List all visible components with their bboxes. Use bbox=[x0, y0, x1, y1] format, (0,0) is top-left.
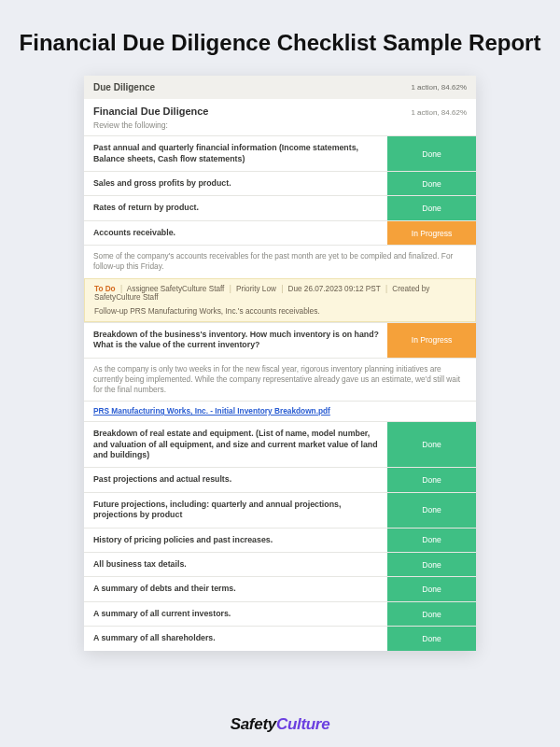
separator: | bbox=[120, 285, 122, 293]
report-card: Due Diligence 1 action, 84.62% Financial… bbox=[84, 76, 476, 651]
checklist-label: All business tax details. bbox=[84, 553, 387, 576]
action-followup: Follow-up PRS Manufacturing Works, Inc.'… bbox=[94, 306, 466, 316]
status-badge: In Progress bbox=[387, 221, 476, 245]
accounts-receivable-note: Some of the company's accounts receivabl… bbox=[84, 245, 476, 277]
checklist-row: Sales and gross profits by product. Done bbox=[84, 171, 476, 195]
checklist-row: Breakdown of real estate and equipment. … bbox=[84, 421, 476, 467]
checklist-label: Past annual and quarterly financial info… bbox=[84, 136, 387, 171]
checklist-label: A summary of all current investors. bbox=[84, 602, 387, 626]
page-title: Financial Due Diligence Checklist Sample… bbox=[20, 28, 541, 57]
separator: | bbox=[385, 285, 387, 293]
status-badge: Done bbox=[387, 577, 476, 600]
checklist-label: Breakdown of the business's inventory. H… bbox=[84, 323, 387, 358]
section-meta: 1 action, 84.62% bbox=[411, 83, 467, 92]
checklist-row: Rates of return by product. Done bbox=[84, 195, 476, 219]
status-badge: Done bbox=[387, 529, 476, 552]
checklist-label: Future projections, including: quarterly… bbox=[84, 493, 387, 528]
checklist-label: A summary of debts and their terms. bbox=[84, 577, 387, 600]
footer: SafetyCulture bbox=[231, 700, 330, 747]
checklist-row: A summary of all shareholders. Done bbox=[84, 626, 476, 650]
sub-title: Financial Due Diligence bbox=[93, 106, 208, 117]
checklist-label: Past projections and actual results. bbox=[84, 468, 387, 491]
status-badge: Done bbox=[387, 627, 476, 650]
checklist-label: Sales and gross profits by product. bbox=[84, 172, 387, 195]
action-due: Due 26.07.2023 09:12 PST bbox=[288, 285, 381, 293]
checklist-row: A summary of all current investors. Done bbox=[84, 601, 476, 626]
separator: | bbox=[230, 285, 231, 293]
checklist-label: History of pricing policies and past inc… bbox=[84, 529, 387, 552]
status-badge: Done bbox=[387, 136, 476, 171]
checklist-label: Rates of return by product. bbox=[84, 196, 387, 219]
action-card: To Do | Assignee SafetyCulture Staff | P… bbox=[84, 278, 476, 322]
attachment-row: PRS Manufacturing Works, Inc. - Initial … bbox=[84, 401, 476, 421]
checklist-label: Accounts receivable. bbox=[84, 221, 387, 245]
section-header: Due Diligence 1 action, 84.62% bbox=[84, 76, 476, 99]
inventory-note: As the company is only two weeks in for … bbox=[84, 358, 476, 402]
checklist-row: All business tax details. Done bbox=[84, 552, 476, 576]
status-badge: Done bbox=[387, 553, 476, 576]
checklist-row: A summary of debts and their terms. Done bbox=[84, 576, 476, 600]
checklist-row: Breakdown of the business's inventory. H… bbox=[84, 322, 476, 358]
status-badge: In Progress bbox=[387, 323, 476, 358]
checklist-row: History of pricing policies and past inc… bbox=[84, 528, 476, 552]
section-title: Due Diligence bbox=[93, 82, 155, 92]
status-badge: Done bbox=[387, 602, 476, 626]
checklist-label: A summary of all shareholders. bbox=[84, 627, 387, 650]
status-badge: Done bbox=[387, 172, 476, 195]
status-badge: Done bbox=[387, 468, 476, 491]
sub-meta: 1 action, 84.62% bbox=[411, 108, 467, 117]
status-badge: Done bbox=[387, 422, 476, 467]
checklist-row: Past annual and quarterly financial info… bbox=[84, 135, 476, 171]
action-assignee: Assignee SafetyCulture Staff bbox=[127, 285, 225, 293]
sub-header: Financial Due Diligence 1 action, 84.62% bbox=[84, 99, 476, 119]
checklist-row: Accounts receivable. In Progress bbox=[84, 220, 476, 245]
checklist-row: Future projections, including: quarterly… bbox=[84, 492, 476, 528]
separator: | bbox=[281, 285, 283, 293]
brand-culture: Culture bbox=[276, 715, 329, 733]
checklist-label: Breakdown of real estate and equipment. … bbox=[84, 422, 387, 467]
checklist-row: Past projections and actual results. Don… bbox=[84, 467, 476, 491]
action-status: To Do bbox=[94, 285, 116, 293]
review-label: Review the following: bbox=[84, 119, 476, 135]
brand-logo: SafetyCulture bbox=[231, 715, 330, 734]
action-priority: Priority Low bbox=[236, 285, 276, 293]
brand-safety: Safety bbox=[231, 715, 276, 733]
status-badge: Done bbox=[387, 196, 476, 219]
status-badge: Done bbox=[387, 493, 476, 528]
attachment-link[interactable]: PRS Manufacturing Works, Inc. - Initial … bbox=[93, 406, 330, 416]
